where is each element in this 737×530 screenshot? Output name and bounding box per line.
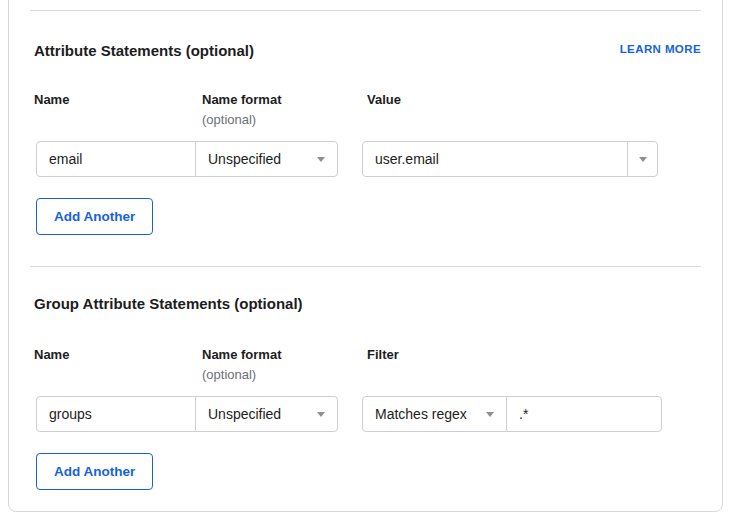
group-attribute-name-group: Unspecified bbox=[36, 396, 338, 432]
group-attribute-name-format-value: Unspecified bbox=[208, 406, 281, 422]
section-divider bbox=[30, 266, 701, 267]
filter-type-value: Matches regex bbox=[375, 406, 467, 422]
group-attribute-name-input[interactable] bbox=[36, 396, 196, 432]
column-header-optional: (optional) bbox=[202, 367, 256, 382]
column-header-optional: (optional) bbox=[202, 112, 256, 127]
learn-more-link[interactable]: LEARN MORE bbox=[620, 43, 701, 55]
group-attribute-name-format-select[interactable]: Unspecified bbox=[195, 396, 338, 432]
attribute-value-dropdown-button[interactable] bbox=[627, 141, 658, 177]
column-header-name: Name bbox=[34, 92, 69, 107]
dropdown-caret-icon bbox=[486, 412, 494, 417]
attribute-value-input[interactable] bbox=[362, 141, 628, 177]
dropdown-caret-icon bbox=[639, 157, 647, 162]
column-header-name: Name bbox=[34, 347, 69, 362]
add-another-group-attribute-button[interactable]: Add Another bbox=[36, 453, 153, 490]
saml-settings-page: Attribute Statements (optional) LEARN MO… bbox=[0, 0, 737, 530]
filter-value-input[interactable] bbox=[506, 396, 662, 432]
dropdown-caret-icon bbox=[317, 157, 325, 162]
attribute-name-input[interactable] bbox=[36, 141, 196, 177]
section-divider bbox=[30, 10, 701, 11]
group-attribute-statements-title: Group Attribute Statements (optional) bbox=[34, 295, 303, 313]
dropdown-caret-icon bbox=[317, 412, 325, 417]
attribute-value-group bbox=[362, 141, 658, 177]
column-header-name-format: Name format bbox=[202, 347, 281, 362]
attribute-statements-title: Attribute Statements (optional) bbox=[34, 42, 254, 60]
column-header-value: Value bbox=[367, 92, 401, 107]
settings-card bbox=[8, 0, 723, 512]
group-attribute-filter-group: Matches regex bbox=[362, 396, 662, 432]
attribute-name-format-select[interactable]: Unspecified bbox=[195, 141, 338, 177]
column-header-name-format: Name format bbox=[202, 92, 281, 107]
add-another-attribute-button[interactable]: Add Another bbox=[36, 198, 153, 235]
attribute-name-group: Unspecified bbox=[36, 141, 338, 177]
column-header-filter: Filter bbox=[367, 347, 399, 362]
filter-type-select[interactable]: Matches regex bbox=[362, 396, 507, 432]
attribute-name-format-value: Unspecified bbox=[208, 151, 281, 167]
